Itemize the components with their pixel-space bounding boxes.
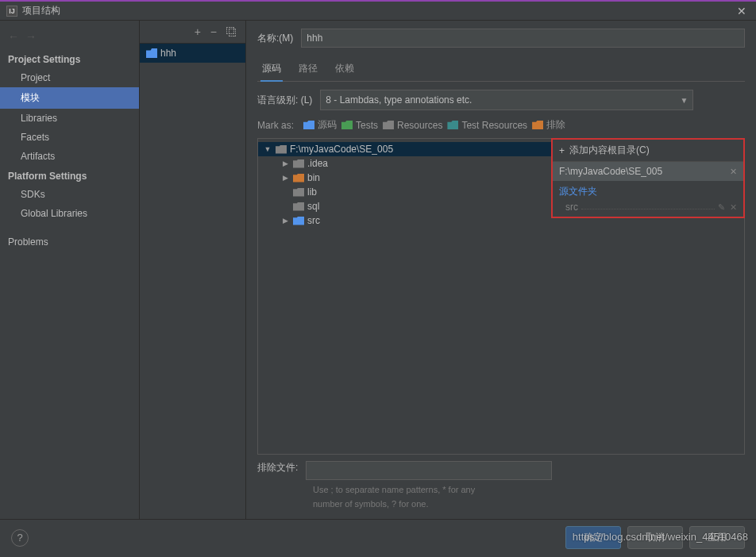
content-panel: 名称:(M) 源码 路径 依赖 语言级别: (L) 8 - Lambdas, t… [246, 21, 756, 519]
sidebar-item-facets[interactable]: Facets [0, 128, 139, 147]
chevron-down-icon: ▼ [680, 96, 688, 105]
sidebar-item-global-libraries[interactable]: Global Libraries [0, 204, 139, 223]
source-folder-item[interactable]: src ✎✕ [553, 200, 743, 217]
apply-button[interactable]: 应用 [689, 526, 745, 549]
module-item[interactable]: hhh [140, 44, 245, 63]
titlebar: IJ 项目结构 ✕ [0, 0, 756, 21]
folder-icon [293, 202, 304, 211]
help-icon[interactable]: ? [11, 529, 29, 547]
folder-icon [276, 145, 287, 154]
name-label: 名称:(M) [257, 32, 293, 45]
add-content-root-header[interactable]: + 添加内容根目录(C) [553, 140, 743, 162]
module-name: hhh [160, 48, 176, 59]
sidebar-item-artifacts[interactable]: Artifacts [0, 147, 139, 166]
expand-icon[interactable]: ▶ [280, 174, 290, 182]
module-list: + − ⿻ hhh [140, 21, 246, 519]
tab-paths[interactable]: 路径 [297, 59, 319, 81]
exclude-hint: Use ; to separate name patterns, * for a… [313, 483, 745, 511]
folder-icon [383, 121, 394, 129]
folder-icon [293, 188, 304, 197]
remove-root-icon[interactable]: ✕ [730, 167, 737, 177]
mark-sources[interactable]: 源码 [303, 118, 337, 132]
exclude-files-label: 排除文件: [257, 461, 298, 474]
expand-icon[interactable]: ▶ [280, 159, 290, 167]
remove-icon[interactable]: ✕ [730, 202, 737, 213]
folder-icon [293, 159, 304, 168]
section-platform-settings: Platform Settings [0, 166, 139, 185]
sidebar-item-problems[interactable]: Problems [0, 232, 139, 252]
expand-icon[interactable]: ▶ [280, 217, 290, 225]
mark-excluded[interactable]: 排除 [532, 118, 565, 132]
module-name-field[interactable] [301, 29, 745, 48]
folder-icon [447, 121, 458, 129]
close-icon[interactable]: ✕ [734, 5, 750, 17]
dialog-footer: ? 确定 取消 应用 [0, 519, 756, 555]
app-icon: IJ [6, 6, 17, 17]
folder-icon [293, 217, 304, 225]
tab-dependencies[interactable]: 依赖 [334, 59, 356, 81]
plus-icon: + [559, 145, 565, 156]
settings-sidebar: ← → Project Settings Project 模块 Librarie… [0, 21, 140, 519]
language-level-combo[interactable]: 8 - Lambdas, type annotations etc. ▼ [320, 90, 693, 110]
content-tabs: 源码 路径 依赖 [257, 56, 745, 82]
mark-as-label: Mark as: [257, 120, 294, 131]
folder-icon [341, 121, 353, 129]
nav-back-icon[interactable]: ← [8, 30, 19, 43]
mark-resources[interactable]: Resources [383, 120, 442, 131]
module-folder-icon [146, 48, 157, 58]
folder-icon [293, 174, 304, 182]
mark-tests[interactable]: Tests [341, 120, 378, 131]
tab-sources[interactable]: 源码 [260, 59, 283, 82]
folder-icon [303, 121, 314, 129]
language-level-label: 语言级别: (L) [257, 94, 312, 107]
exclude-files-field[interactable] [306, 461, 552, 480]
content-roots-panel: + 添加内容根目录(C) F:\myJavaCode\SE_005 ✕ 源文件夹… [551, 138, 745, 218]
language-level-value: 8 - Lambdas, type annotations etc. [326, 94, 472, 106]
ok-button[interactable]: 确定 [565, 526, 621, 549]
copy-module-icon[interactable]: ⿻ [226, 25, 237, 38]
sidebar-item-project[interactable]: Project [0, 68, 139, 87]
sidebar-item-libraries[interactable]: Libraries [0, 109, 139, 128]
window-title: 项目结构 [22, 4, 734, 17]
sidebar-item-sdks[interactable]: SDKs [0, 185, 139, 204]
remove-module-icon[interactable]: − [210, 25, 217, 38]
content-root-path[interactable]: F:\myJavaCode\SE_005 ✕ [553, 162, 743, 181]
nav-forward-icon[interactable]: → [25, 30, 37, 43]
expand-icon[interactable]: ▼ [263, 145, 272, 153]
cancel-button[interactable]: 取消 [627, 526, 683, 549]
add-module-icon[interactable]: + [195, 25, 201, 38]
source-folders-section: 源文件夹 [553, 181, 743, 200]
mark-test-resources[interactable]: Test Resources [447, 120, 527, 131]
folder-icon [532, 121, 543, 129]
section-project-settings: Project Settings [0, 49, 139, 68]
edit-icon[interactable]: ✎ [718, 202, 725, 213]
sidebar-item-modules[interactable]: 模块 [0, 87, 139, 109]
